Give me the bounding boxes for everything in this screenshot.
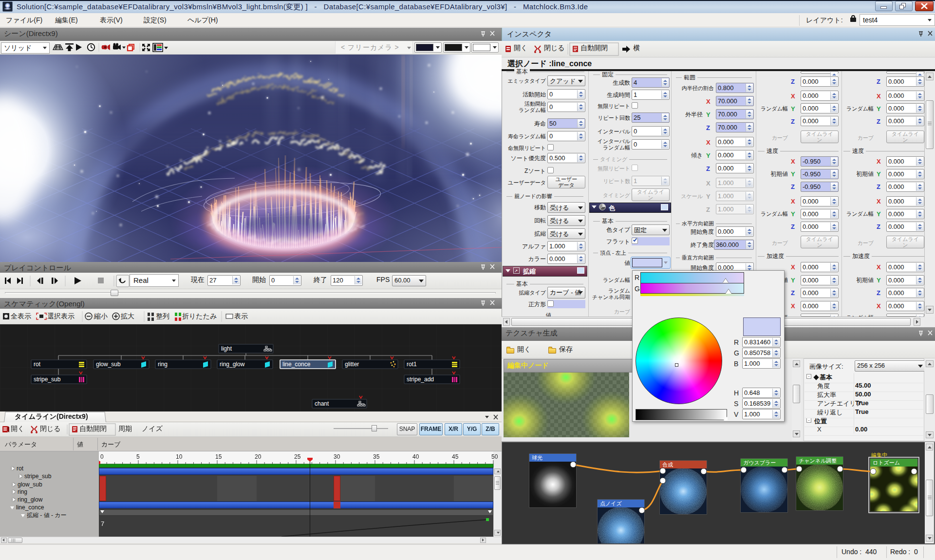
- svg-text:点ノイズ: 点ノイズ: [600, 501, 622, 506]
- svg-text:stripe_add: stripe_add: [407, 376, 434, 383]
- svg-text:40: 40: [412, 453, 419, 460]
- svg-text:rot1: rot1: [407, 361, 417, 368]
- svg-text:チャンネル調整: チャンネル調整: [799, 458, 837, 464]
- svg-text:light: light: [221, 345, 232, 352]
- svg-text:ring_glow: ring_glow: [220, 361, 245, 368]
- svg-text:合成: 合成: [662, 462, 673, 467]
- svg-text:0: 0: [100, 453, 104, 460]
- svg-text:20: 20: [255, 453, 262, 460]
- svg-text:球光: 球光: [532, 455, 542, 461]
- svg-text:25: 25: [294, 453, 301, 460]
- svg-text:rot: rot: [34, 361, 41, 368]
- svg-text:15: 15: [215, 453, 222, 460]
- svg-text:ring: ring: [158, 361, 168, 368]
- svg-text:chant: chant: [315, 400, 329, 407]
- svg-text:編集中: 編集中: [871, 452, 887, 458]
- svg-text:stripe_sub: stripe_sub: [34, 376, 61, 383]
- svg-text:35: 35: [373, 453, 380, 460]
- svg-text:30: 30: [334, 453, 340, 460]
- svg-text:10: 10: [176, 453, 183, 460]
- svg-text:glow_sub: glow_sub: [96, 361, 121, 368]
- svg-text:5: 5: [136, 453, 140, 460]
- svg-text:45: 45: [452, 453, 459, 460]
- svg-text:ロトズーム: ロトズーム: [873, 460, 900, 466]
- svg-text:ガウスブラー: ガウスブラー: [743, 460, 776, 466]
- svg-text:line_conce: line_conce: [282, 361, 311, 368]
- svg-text:glitter: glitter: [345, 361, 359, 368]
- svg-text:50: 50: [491, 453, 498, 460]
